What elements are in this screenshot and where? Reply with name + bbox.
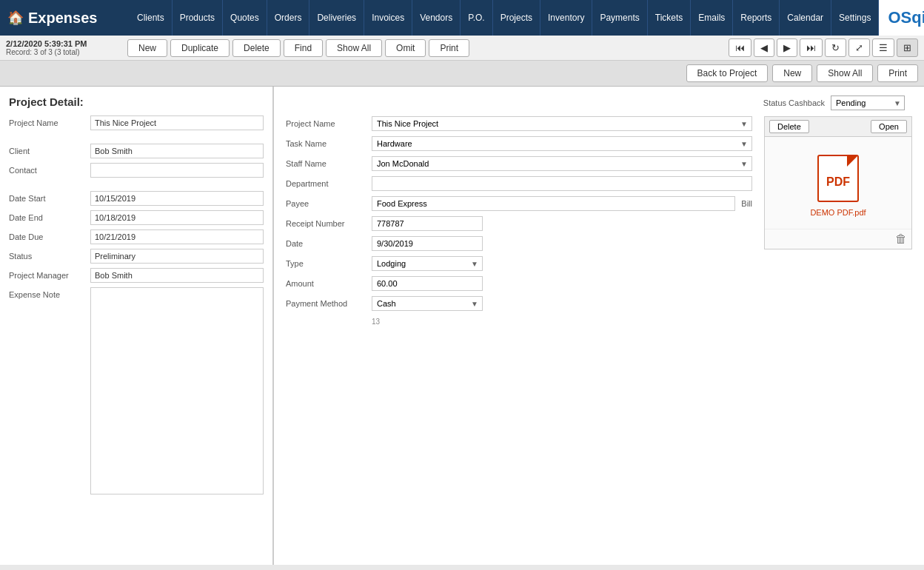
nav-vendors[interactable]: Vendors <box>412 0 461 36</box>
project-name-label: Project Name <box>9 115 90 127</box>
nav-reports[interactable]: Reports <box>733 0 780 36</box>
nav-calendar[interactable]: Calendar <box>780 0 831 36</box>
brand-logo: OSqinCrm <box>879 0 924 36</box>
project-name-input[interactable] <box>90 115 264 130</box>
trash-icon[interactable]: 🗑 <box>895 232 907 246</box>
expense-note-label: Expense Note <box>9 287 90 299</box>
form-department-input[interactable] <box>372 176 752 191</box>
nav-settings[interactable]: Settings <box>831 0 879 36</box>
date-due-label: Date Due <box>9 229 90 241</box>
bill-label[interactable]: Bill <box>741 199 752 208</box>
secondary-new-button[interactable]: New <box>772 64 812 82</box>
client-label: Client <box>9 144 90 155</box>
client-input[interactable] <box>90 144 264 158</box>
find-button[interactable]: Find <box>284 39 323 57</box>
form-staff-name-select[interactable]: Jon McDonald <box>372 156 752 171</box>
nav-deliveries[interactable]: Deliveries <box>309 0 364 36</box>
contact-label: Contact <box>9 163 90 175</box>
nav-next-button[interactable]: ▶ <box>777 38 797 57</box>
app-title: Expenses <box>28 10 97 27</box>
project-manager-input[interactable] <box>90 268 264 283</box>
form-project-name-label: Project Name <box>286 119 367 128</box>
form-receipt-number-label: Receipt Number <box>286 219 367 228</box>
status-cashback-select[interactable]: Pending Approved Rejected <box>831 95 905 110</box>
nav-emails[interactable]: Emails <box>691 0 733 36</box>
nav-last-button[interactable]: ⏭ <box>800 38 823 57</box>
show-all-button[interactable]: Show All <box>326 39 382 57</box>
duplicate-button[interactable]: Duplicate <box>170 39 230 57</box>
form-department-label: Department <box>286 179 367 188</box>
date-due-input[interactable] <box>90 229 264 244</box>
status-cashback-label: Status Cashback <box>763 98 825 107</box>
panel-title: Project Detail: <box>9 95 264 108</box>
nav-inventory[interactable]: Inventory <box>540 0 592 36</box>
nav-orders[interactable]: Orders <box>267 0 310 36</box>
form-type-label: Type <box>286 259 367 268</box>
form-task-name-label: Task Name <box>286 139 367 148</box>
print-button[interactable]: Print <box>429 39 469 57</box>
nav-projects[interactable]: Projects <box>493 0 540 36</box>
refresh-button[interactable]: ↻ <box>825 38 846 57</box>
status-input[interactable] <box>90 249 264 264</box>
nav-payments[interactable]: Payments <box>592 0 647 36</box>
form-task-name-select[interactable]: Hardware <box>372 136 752 151</box>
form-project-name-select[interactable]: This Nice Project <box>372 116 752 131</box>
attachment-delete-button[interactable]: Delete <box>769 120 809 133</box>
date-start-label: Date Start <box>9 191 90 203</box>
expense-note-textarea[interactable] <box>90 287 264 494</box>
external-link-button[interactable]: ⤢ <box>848 38 870 57</box>
omit-button[interactable]: Omit <box>385 39 426 57</box>
form-payment-method-select[interactable]: Cash Credit Card Check Other <box>372 296 483 311</box>
nav-first-button[interactable]: ⏮ <box>729 38 751 57</box>
form-staff-name-label: Staff Name <box>286 159 367 168</box>
datetime-display: 2/12/2020 5:39:31 PM <box>6 39 124 48</box>
attachment-open-button[interactable]: Open <box>871 120 907 133</box>
nav-po[interactable]: P.O. <box>461 0 492 36</box>
record-info: Record: 3 of 3 (3 total) <box>6 48 124 56</box>
nav-invoices[interactable]: Invoices <box>364 0 412 36</box>
new-button[interactable]: New <box>127 39 167 57</box>
nav-prev-button[interactable]: ◀ <box>754 38 774 57</box>
form-payee-input[interactable] <box>372 196 735 211</box>
list-view-button[interactable]: ☰ <box>872 38 894 57</box>
date-end-input[interactable] <box>90 210 264 225</box>
nav-quotes[interactable]: Quotes <box>223 0 267 36</box>
form-amount-input[interactable] <box>372 276 483 291</box>
nav-tickets[interactable]: Tickets <box>648 0 692 36</box>
contact-input[interactable] <box>90 163 264 178</box>
form-payment-method-label: Payment Method <box>286 299 367 308</box>
form-receipt-number-input[interactable] <box>372 216 483 231</box>
date-start-input[interactable] <box>90 191 264 206</box>
pdf-filename: DEMO PDF.pdf <box>810 208 866 217</box>
back-to-project-button[interactable]: Back to Project <box>686 64 769 82</box>
grid-view-button[interactable]: ⊞ <box>897 38 918 57</box>
record-number: 13 <box>372 318 380 326</box>
nav-products[interactable]: Products <box>173 0 223 36</box>
project-manager-label: Project Manager <box>9 268 90 280</box>
status-label: Status <box>9 249 90 261</box>
secondary-print-button[interactable]: Print <box>877 64 918 82</box>
form-payee-label: Payee <box>286 199 367 208</box>
pdf-icon: PDF <box>817 155 859 202</box>
form-date-input[interactable] <box>372 236 483 251</box>
secondary-show-all-button[interactable]: Show All <box>817 64 873 82</box>
nav-clients[interactable]: Clients <box>130 0 173 36</box>
delete-button[interactable]: Delete <box>232 39 281 57</box>
form-type-select[interactable]: Lodging Food Travel Other <box>372 256 483 271</box>
form-date-label: Date <box>286 239 367 248</box>
home-icon: 🏠 <box>7 10 24 26</box>
form-amount-label: Amount <box>286 279 367 288</box>
date-end-label: Date End <box>9 210 90 222</box>
brand-osqin: OSqin <box>888 8 924 27</box>
